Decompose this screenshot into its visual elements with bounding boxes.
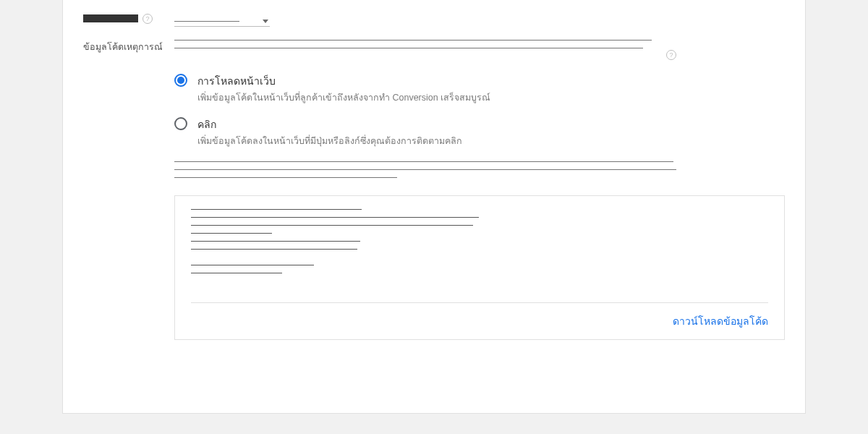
code-line	[191, 225, 473, 226]
snippet-content: ? การโหลดหน้าเว็บ เพิ่มข้อมูลโค้ดในหน้าเ…	[174, 40, 785, 340]
code-line	[191, 209, 362, 210]
radio-title: คลิก	[197, 116, 462, 132]
radio-description: เพิ่มข้อมูลโค้ดในหน้าเว็บที่ลูกค้าเข้าถึ…	[197, 90, 490, 105]
section-label: ข้อมูลโค้ดเหตุการณ์	[83, 40, 174, 54]
radio-title: การโหลดหน้าเว็บ	[197, 73, 490, 89]
radio-option-click[interactable]: คลิก เพิ่มข้อมูลโค้ดลงในหน้าเว็บที่มีปุ่…	[174, 116, 785, 148]
code-line	[191, 241, 360, 242]
intro-note: ?	[174, 40, 785, 60]
text-line	[174, 169, 676, 170]
select-dropdown[interactable]	[174, 18, 270, 27]
text-line	[174, 161, 673, 162]
radio-group: การโหลดหน้าเว็บ เพิ่มข้อมูลโค้ดในหน้าเว็…	[174, 73, 785, 148]
code-line	[191, 233, 272, 234]
radio-option-page-load[interactable]: การโหลดหน้าเว็บ เพิ่มข้อมูลโค้ดในหน้าเว็…	[174, 73, 785, 105]
redacted-label	[83, 14, 138, 22]
chevron-down-icon	[263, 20, 268, 23]
description-block	[174, 161, 681, 178]
radio-button-icon	[174, 117, 187, 130]
code-box-footer: ดาวน์โหลดข้อมูลโค้ด	[191, 302, 768, 339]
code-line	[191, 217, 479, 218]
dropdown-value-placeholder	[174, 21, 239, 22]
help-icon[interactable]: ?	[142, 14, 153, 24]
download-snippet-button[interactable]: ดาวน์โหลดข้อมูลโค้ด	[673, 313, 768, 329]
field-label-redacted: ?	[83, 13, 174, 24]
snippet-section: ข้อมูลโค้ดเหตุการณ์ ? การโหลดหน้าเว็บ เพ…	[83, 27, 785, 340]
code-line	[191, 273, 282, 273]
dropdown-container	[174, 13, 785, 27]
code-line	[191, 249, 357, 250]
text-line	[174, 48, 643, 48]
code-content[interactable]	[191, 209, 768, 302]
text-line	[174, 40, 652, 41]
dropdown-row: ?	[83, 0, 785, 27]
text-line	[174, 177, 397, 178]
help-icon[interactable]: ?	[666, 50, 676, 60]
radio-button-icon	[174, 74, 187, 87]
card-panel: ? ข้อมูลโค้ดเหตุการณ์ ?	[62, 0, 806, 414]
code-line	[191, 265, 314, 265]
radio-description: เพิ่มข้อมูลโค้ดลงในหน้าเว็บที่มีปุ่มหรือ…	[197, 134, 462, 148]
code-snippet-box: ดาวน์โหลดข้อมูลโค้ด	[174, 195, 785, 340]
